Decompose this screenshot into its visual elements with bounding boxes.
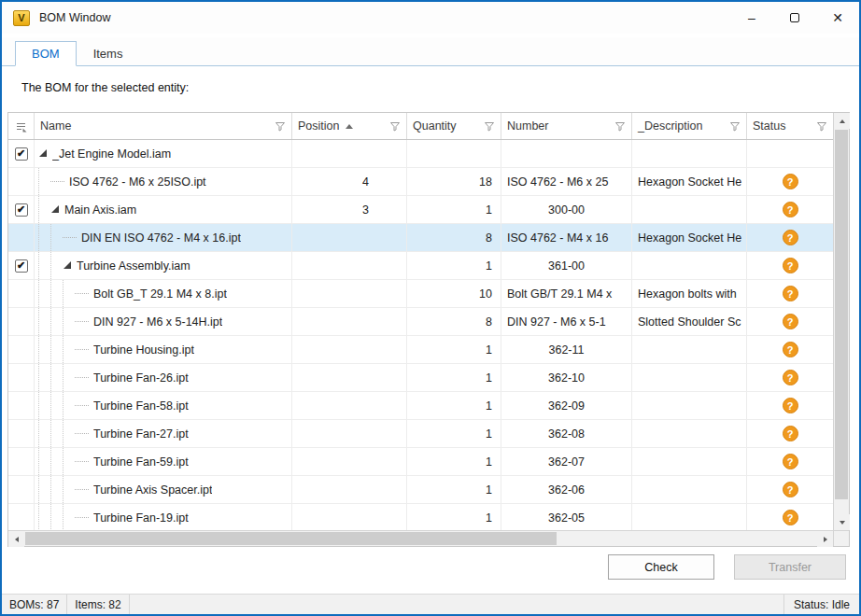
row-position: 3 [292,196,407,223]
row-checkbox[interactable]: ✔ [15,259,28,273]
row-name-cell[interactable]: Turbine Fan-59.ipt [35,448,292,475]
filter-icon[interactable] [275,121,286,132]
tree-expander-icon[interactable] [64,261,72,270]
column-header-name[interactable]: Name [35,113,292,139]
scroll-down-button[interactable] [834,514,850,530]
table-row[interactable]: ✔ Turbine Fan-27.ipt 1 362-08 ? [8,420,833,448]
table-row[interactable]: ✔ _Jet Engine Model.iam [8,140,833,168]
status-question-badge: ? [783,314,798,329]
row-status-cell: ? [747,252,833,279]
row-name-cell[interactable]: Turbine Housing.ipt [35,336,292,363]
row-quantity: 1 [407,196,501,223]
row-name-cell[interactable]: Bolt GB_T 29.1 M4 x 8.ipt [35,280,292,307]
scroll-up-button[interactable] [834,113,850,129]
row-name-cell[interactable]: Turbine Fan-19.ipt [35,504,292,530]
row-name: _Jet Engine Model.iam [52,147,171,161]
row-name-cell[interactable]: Turbine Assembly.iam [35,252,292,279]
minimize-icon: – [748,10,755,25]
tree-indent [38,364,75,391]
row-checkbox[interactable]: ✔ [15,203,28,217]
column-header-position[interactable]: Position [292,113,407,139]
row-number: 362-09 [501,392,632,419]
row-name-cell[interactable]: Turbine Fan-26.ipt [35,364,292,391]
table-row[interactable]: ✔ Turbine Assembly.iam 1 361-00 ? [8,252,833,280]
row-quantity: 1 [407,392,501,419]
scroll-left-button[interactable] [8,531,24,547]
column-header-number[interactable]: Number [501,113,632,139]
horizontal-scroll-track[interactable] [24,531,817,546]
row-name-cell[interactable]: Turbine Fan-27.ipt [35,420,292,447]
row-select-cell[interactable]: ✔ [8,476,35,503]
row-select-cell[interactable]: ✔ [8,308,35,335]
row-select-cell[interactable]: ✔ [8,140,35,167]
row-indicator-header-cell[interactable] [8,113,35,139]
row-name-cell[interactable]: DIN 927 - M6 x 5-14H.ipt [35,308,292,335]
transfer-button[interactable]: Transfer [734,554,846,580]
row-status-cell: ? [747,392,833,419]
row-select-cell[interactable]: ✔ [8,448,35,475]
tab-items[interactable]: Items [77,41,140,66]
row-select-cell[interactable]: ✔ [8,336,35,363]
tree-indent [38,252,63,279]
vertical-scroll-thumb[interactable] [835,130,848,499]
tab-bom[interactable]: BOM [15,41,77,66]
filter-icon[interactable] [389,121,401,132]
vertical-scroll-track[interactable] [834,129,849,514]
check-button[interactable]: Check [608,554,714,580]
minimize-button[interactable]: – [730,2,773,34]
row-select-cell[interactable]: ✔ [8,252,35,279]
row-status-cell: ? [747,280,833,307]
column-header-quantity[interactable]: Quantity [407,113,501,139]
table-row[interactable]: ✔ Turbine Fan-58.ipt 1 362-09 ? [8,392,833,420]
filter-icon[interactable] [614,121,626,132]
row-name-cell[interactable]: DIN EN ISO 4762 - M4 x 16.ipt [35,224,292,251]
table-row[interactable]: ✔ DIN 927 - M6 x 5-14H.ipt 8 DIN 927 - M… [8,308,833,336]
maximize-button[interactable] [773,2,816,34]
tab-strip: BOM Items [2,37,859,66]
table-row[interactable]: ✔ DIN EN ISO 4762 - M4 x 16.ipt 8 ISO 47… [8,224,833,252]
table-row[interactable]: ✔ Turbine Fan-26.ipt 1 362-10 ? [8,364,833,392]
row-select-cell[interactable]: ✔ [8,280,35,307]
tree-indent [38,196,50,223]
row-name-cell[interactable]: Main Axis.iam [35,196,292,223]
table-row[interactable]: ✔ Turbine Fan-19.ipt 1 362-05 ? [8,504,833,530]
row-quantity: 18 [407,168,501,195]
status-question-badge: ? [783,202,798,217]
filter-icon[interactable] [484,121,495,132]
table-row[interactable]: ✔ Turbine Axis Spacer.ipt 1 362-06 ? [8,476,833,504]
row-name-cell[interactable]: Turbine Fan-58.ipt [35,392,292,419]
table-row[interactable]: ✔ Main Axis.iam 3 1 300-00 ? [8,196,833,224]
table-row[interactable]: ✔ ISO 4762 - M6 x 25ISO.ipt 4 18 ISO 476… [8,168,833,196]
horizontal-scrollbar[interactable] [8,530,833,546]
table-row[interactable]: ✔ Turbine Housing.ipt 1 362-11 ? [8,336,833,364]
close-button[interactable]: ✕ [816,2,859,34]
filter-icon[interactable] [729,121,741,132]
tree-stub [75,461,89,462]
horizontal-scroll-thumb[interactable] [25,532,557,545]
row-name-cell[interactable]: Turbine Axis Spacer.ipt [35,476,292,503]
row-select-cell[interactable]: ✔ [8,364,35,391]
row-select-cell[interactable]: ✔ [8,392,35,419]
column-header-status[interactable]: Status [747,113,833,139]
tree-expander-icon[interactable] [51,205,60,214]
row-select-cell[interactable]: ✔ [8,504,35,530]
table-row[interactable]: ✔ Turbine Fan-59.ipt 1 362-07 ? [8,448,833,476]
row-checkbox[interactable]: ✔ [15,147,28,161]
row-name-cell[interactable]: ISO 4762 - M6 x 25ISO.ipt [35,168,292,195]
row-name-cell[interactable]: _Jet Engine Model.iam [35,140,292,167]
vertical-scrollbar[interactable] [833,113,849,546]
scroll-right-icon [824,537,827,542]
row-select-cell[interactable]: ✔ [8,224,35,251]
scroll-right-button[interactable] [817,531,833,547]
status-question-badge: ? [783,286,798,301]
tree-stub [75,433,89,434]
row-select-cell[interactable]: ✔ [8,420,35,447]
status-question-badge: ? [783,426,798,441]
row-select-cell[interactable]: ✔ [8,168,35,195]
table-row[interactable]: ✔ Bolt GB_T 29.1 M4 x 8.ipt 10 Bolt GB/T… [8,280,833,308]
row-select-cell[interactable]: ✔ [8,196,35,223]
tree-expander-icon[interactable] [39,149,48,158]
row-position: 4 [292,168,407,195]
column-header-description[interactable]: _Description [632,113,747,139]
filter-icon[interactable] [816,121,827,132]
